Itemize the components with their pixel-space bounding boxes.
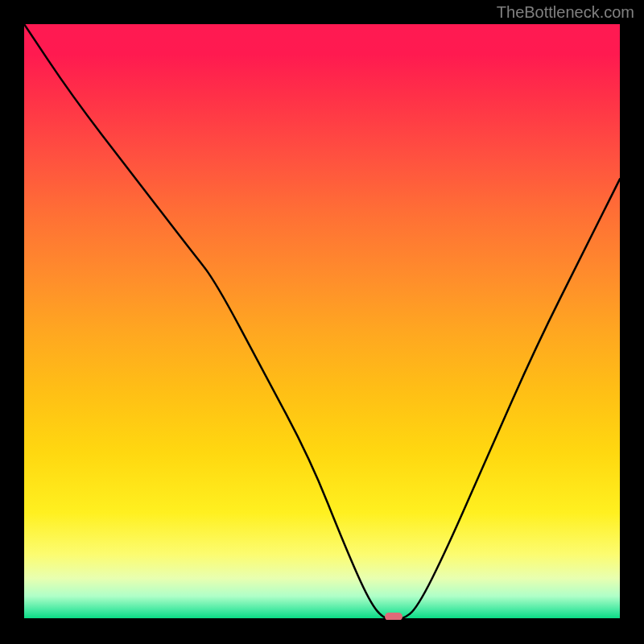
- optimal-point-marker: [385, 613, 402, 620]
- watermark-text: TheBottleneck.com: [497, 3, 634, 22]
- curve-layer: [24, 24, 620, 620]
- bottleneck-curve: [24, 24, 620, 620]
- plot-area: [24, 24, 620, 620]
- chart-frame: TheBottleneck.com: [0, 0, 644, 644]
